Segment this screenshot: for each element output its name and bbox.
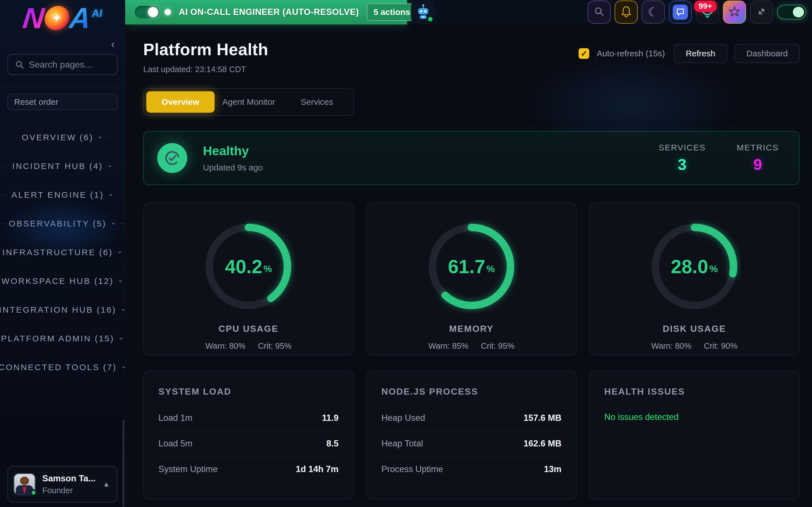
chat-bubble-icon	[673, 4, 688, 20]
gauge-value: 61.7	[448, 256, 485, 277]
warn-threshold: Warn: 80%	[206, 341, 246, 351]
card-title: HEALTH ISSUES	[604, 386, 784, 397]
favorites-button[interactable]	[723, 1, 746, 24]
gauge-value: 40.2	[225, 256, 262, 277]
dashboard-button[interactable]: Dashboard	[734, 44, 800, 63]
chevron-down-icon: ⌄	[118, 333, 124, 341]
search-button[interactable]	[588, 1, 611, 24]
logo-orb: ✦	[43, 6, 70, 30]
gauge-label: MEMORY	[449, 324, 494, 334]
health-status-card: Healthy Updated 9s ago SERVICES3METRICS9	[143, 131, 800, 185]
gauge-label: CPU USAGE	[218, 324, 278, 334]
chevron-down-icon: ⌄	[120, 304, 125, 313]
notifications-button[interactable]	[615, 1, 638, 24]
disk-gauge-card: 28.0% DISK USAGE Warn: 80%Crit: 90%	[589, 203, 800, 355]
logo-letter-a: A	[68, 3, 92, 33]
ai-oncall-banner: AI ON-CALL ENGINEER (AUTO-RESOLVE) 5 act…	[125, 0, 407, 24]
gauge-value: 28.0	[671, 256, 708, 277]
oncall-toggle[interactable]	[135, 6, 160, 18]
actions-count-chip[interactable]: 5 actions	[367, 3, 417, 21]
search-icon	[15, 60, 25, 71]
avatar	[13, 473, 36, 495]
crit-threshold: Crit: 95%	[258, 341, 292, 351]
sidebar-item-platform-admin-15[interactable]: PLATFORM ADMIN (15)⌄	[0, 324, 125, 353]
info-row-heap-used: Heap Used157.6 MB	[382, 405, 562, 431]
tab-bar: OverviewAgent MonitorServices	[143, 88, 354, 116]
info-row-load-5m: Load 5m8.5	[158, 431, 339, 457]
chevron-down-icon: ⌄	[121, 362, 125, 370]
dark-mode-button[interactable]: ☾	[642, 1, 665, 24]
sidebar-item-alert-engine-1[interactable]: ALERT ENGINE (1)⌄	[0, 180, 125, 209]
assistant-status-dot	[427, 16, 434, 22]
chevron-down-icon: ⌄	[117, 247, 122, 255]
info-row-process-uptime: Process Uptime13m	[382, 457, 562, 482]
check-icon: ✓	[581, 49, 587, 58]
app-logo[interactable]: N ✦ A AI	[0, 0, 125, 36]
sidebar-search	[7, 54, 117, 75]
chat-button[interactable]	[669, 1, 692, 24]
warn-threshold: Warn: 80%	[651, 341, 691, 351]
auto-refresh-label: Auto-refresh (15s)	[597, 49, 665, 58]
chevron-down-icon: ⌄	[107, 161, 112, 169]
user-profile-card[interactable]: Samson Ta... Founder ▲	[7, 466, 117, 503]
system-load-card: SYSTEM LOAD Load 1m11.9Load 5m8.5System …	[143, 371, 354, 500]
auto-refresh-checkbox[interactable]: ✓	[578, 48, 589, 59]
sidebar-collapse-icon[interactable]: ‹	[111, 38, 115, 50]
warn-threshold: Warn: 85%	[428, 341, 468, 351]
memory-gauge: 61.7%	[425, 220, 518, 313]
status-stats: SERVICES3METRICS9	[659, 143, 779, 173]
cpu-gauge-card: 40.2% CPU USAGE Warn: 80%Crit: 95%	[143, 203, 354, 355]
banner-title: AI ON-CALL ENGINEER (AUTO-RESOLVE)	[179, 7, 359, 17]
gauge-unit: %	[486, 263, 495, 274]
info-row: SYSTEM LOAD Load 1m11.9Load 5m8.5System …	[143, 371, 800, 500]
stat-services: SERVICES3	[659, 143, 706, 173]
empty-message: No issues detected	[604, 412, 784, 422]
sidebar: N ✦ A AI ‹ Reset order OVERVIEW (6)⌄INCI…	[0, 0, 125, 507]
health-issues-card: HEALTH ISSUES No issues detected	[589, 371, 800, 500]
logo-star-icon: ✦	[51, 12, 63, 24]
bell-icon	[620, 5, 632, 19]
gauge-row: 40.2% CPU USAGE Warn: 80%Crit: 95% 61.7%…	[143, 203, 800, 355]
nodejs-process-card: NODE.JS PROCESS Heap Used157.6 MBHeap To…	[366, 371, 577, 500]
chevron-down-icon: ⌄	[118, 276, 123, 284]
memory-gauge-card: 61.7% MEMORY Warn: 85%Crit: 95%	[366, 203, 577, 355]
info-row-system-uptime: System Uptime1d 14h 7m	[158, 457, 339, 482]
refresh-button[interactable]: Refresh	[674, 44, 727, 63]
reset-order-button[interactable]: Reset order	[7, 94, 117, 110]
page-title: Platform Health	[143, 40, 268, 59]
profile-expand-icon[interactable]: ▲	[103, 480, 110, 488]
fullscreen-button[interactable]	[750, 1, 773, 24]
user-role: Founder	[42, 486, 103, 495]
topbar: AI ON-CALL ENGINEER (AUTO-RESOLVE) 5 act…	[125, 0, 812, 25]
online-status-dot	[30, 489, 37, 496]
moon-icon: ☾	[648, 6, 659, 18]
theme-toggle[interactable]	[777, 5, 806, 19]
sidebar-item-integration-hub-16[interactable]: INTEGRATION HUB (16)⌄	[0, 295, 125, 324]
header-actions: ✓ Auto-refresh (15s) Refresh Dashboard	[578, 44, 800, 63]
headset-icon	[701, 11, 714, 20]
inbox-button[interactable]: 99+	[696, 1, 719, 24]
sidebar-item-observability-5[interactable]: OBSERVABILITY (5)⌄	[0, 209, 125, 238]
ai-assistant-button[interactable]	[411, 1, 435, 24]
tab-agent-monitor[interactable]: Agent Monitor	[214, 91, 283, 113]
content: Platform Health Last updated: 23:14:58 C…	[125, 25, 812, 500]
banner-status-dot	[165, 9, 171, 15]
card-title: SYSTEM LOAD	[158, 386, 339, 397]
star-icon	[728, 5, 741, 19]
sidebar-item-overview-6[interactable]: OVERVIEW (6)⌄	[0, 123, 125, 152]
sidebar-item-connected-tools-7[interactable]: CONNECTED TOOLS (7)⌄	[0, 353, 125, 382]
chevron-down-icon: ⌄	[108, 189, 113, 198]
status-updated: Updated 9s ago	[203, 163, 263, 172]
sidebar-item-infrastructure-6[interactable]: INFRASTRUCTURE (6)⌄	[0, 238, 125, 267]
sidebar-item-incident-hub-4[interactable]: INCIDENT HUB (4)⌄	[0, 152, 125, 180]
cpu-gauge: 40.2%	[202, 220, 295, 313]
topbar-icons: ☾ 99+	[588, 1, 806, 24]
sidebar-divider	[0, 86, 125, 87]
status-state: Healthy	[203, 144, 263, 158]
info-row-load-1m: Load 1m11.9	[158, 405, 339, 431]
sidebar-item-workspace-hub-12[interactable]: WORKSPACE HUB (12)⌄	[0, 267, 125, 295]
tab-overview[interactable]: Overview	[146, 91, 214, 113]
logo-letter-n: N	[21, 3, 46, 33]
tab-services[interactable]: Services	[283, 91, 351, 113]
sidebar-scrollbar[interactable]	[123, 420, 124, 507]
